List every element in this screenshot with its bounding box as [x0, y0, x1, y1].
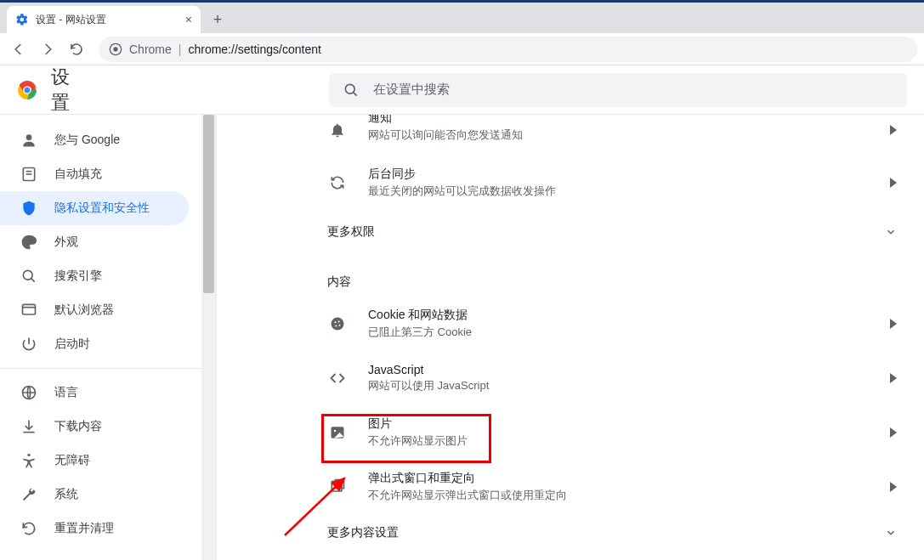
chevron-right-icon [890, 319, 897, 329]
chevron-right-icon [890, 427, 897, 438]
svg-point-26 [334, 430, 337, 433]
svg-line-9 [354, 92, 357, 95]
svg-point-21 [335, 321, 337, 323]
person-icon [20, 132, 37, 149]
search-icon [343, 82, 360, 99]
sidebar-item-label: 无障碍 [54, 453, 90, 468]
power-icon [20, 336, 37, 353]
autofill-icon [20, 166, 37, 183]
tab-title: 设置 - 网站设置 [36, 13, 185, 27]
svg-point-19 [27, 454, 30, 456]
settings-sidebar: 您与 Google 自动填充 隐私设置和安全性 外观 搜索引擎 默认浏览器 [0, 115, 202, 560]
sidebar-item-reset[interactable]: 重置并清理 [0, 512, 189, 546]
cookie-icon [327, 315, 348, 332]
palette-icon [20, 234, 37, 251]
accessibility-icon [20, 452, 37, 469]
tab-strip: 设置 - 网站设置 × + [0, 3, 924, 33]
globe-icon [20, 384, 37, 401]
sidebar-item-label: 系统 [54, 487, 78, 502]
sidebar-item-label: 隐私设置和安全性 [54, 201, 150, 216]
content-panel: 通知 网站可以询问能否向您发送通知 后台同步 最近关闭的网站可以完成数据收发操作… [217, 115, 924, 560]
content-section-label: 内容 [327, 254, 907, 297]
chevron-right-icon [890, 482, 897, 492]
expander-label: 更多内容设置 [327, 525, 399, 540]
chevron-down-icon [885, 226, 897, 238]
row-cookies[interactable]: Cookie 和网站数据 已阻止第三方 Cookie [327, 297, 907, 351]
gear-icon [15, 13, 29, 26]
row-subtitle: 网站可以使用 JavaScript [368, 378, 489, 393]
popup-icon [327, 478, 348, 495]
chevron-down-icon [885, 527, 897, 539]
sidebar-item-label: 语言 [54, 385, 78, 400]
svg-line-15 [31, 279, 35, 282]
sidebar-item-label: 启动时 [54, 337, 90, 352]
url-text: chrome://settings/content [188, 42, 320, 56]
image-icon [327, 424, 348, 441]
row-subtitle: 不允许网站显示弹出式窗口或使用重定向 [368, 488, 567, 503]
svg-point-8 [345, 84, 354, 93]
sidebar-item-appearance[interactable]: 外观 [0, 225, 189, 259]
search-placeholder: 在设置中搜索 [373, 82, 450, 98]
sidebar-item-autofill[interactable]: 自动填充 [0, 157, 189, 191]
more-content-expander[interactable]: 更多内容设置 [327, 514, 907, 552]
sidebar-item-label: 默认浏览器 [54, 303, 114, 318]
svg-point-20 [332, 318, 344, 331]
bell-icon [327, 122, 348, 139]
reload-button[interactable] [65, 37, 88, 61]
shield-icon [20, 200, 37, 217]
back-button[interactable] [7, 37, 31, 61]
row-popups[interactable]: 弹出式窗口和重定向 不允许网站显示弹出式窗口或使用重定向 [327, 460, 907, 514]
row-background-sync[interactable]: 后台同步 最近关闭的网站可以完成数据收发操作 [327, 156, 907, 210]
new-tab-button[interactable]: + [206, 8, 230, 31]
sidebar-item-label: 搜索引擎 [54, 269, 102, 284]
row-title: 后台同步 [368, 167, 556, 182]
row-subtitle: 最近关闭的网站可以完成数据收发操作 [368, 184, 556, 199]
row-subtitle: 已阻止第三方 Cookie [368, 325, 472, 340]
sidebar-item-label: 自动填充 [54, 167, 102, 182]
chevron-right-icon [890, 178, 897, 188]
sidebar-item-label: 您与 Google [54, 133, 120, 148]
search-icon [20, 268, 37, 285]
sidebar-item-default-browser[interactable]: 默认浏览器 [0, 293, 189, 327]
sidebar-item-language[interactable]: 语言 [0, 376, 189, 410]
sidebar-item-system[interactable]: 系统 [0, 478, 189, 512]
forward-button[interactable] [36, 37, 60, 61]
settings-search[interactable]: 在设置中搜索 [329, 73, 907, 107]
row-javascript[interactable]: JavaScript 网站可以使用 JavaScript [327, 351, 907, 405]
svg-rect-16 [23, 304, 36, 314]
chrome-label: Chrome [129, 42, 172, 56]
sidebar-item-search-engine[interactable]: 搜索引擎 [0, 259, 189, 293]
browser-tab[interactable]: 设置 - 网站设置 × [7, 6, 201, 33]
more-permissions-expander[interactable]: 更多权限 [327, 210, 907, 254]
sync-icon [327, 174, 348, 191]
expander-label: 更多权限 [327, 224, 375, 240]
sidebar-item-startup[interactable]: 启动时 [0, 327, 189, 361]
sidebar-scrollbar[interactable] [201, 115, 216, 560]
sidebar-item-label: 重置并清理 [54, 521, 114, 536]
chevron-right-icon [890, 373, 897, 383]
row-title: 图片 [368, 416, 468, 432]
svg-point-14 [23, 270, 32, 280]
browser-icon [20, 302, 37, 319]
address-bar[interactable]: Chrome | chrome://settings/content [99, 37, 917, 62]
row-notifications[interactable]: 通知 网站可以询问能否向您发送通知 [327, 115, 907, 156]
code-icon [327, 370, 348, 387]
separator: | [179, 42, 182, 56]
svg-point-10 [26, 134, 32, 140]
reset-icon [20, 520, 37, 537]
svg-point-24 [339, 325, 341, 326]
settings-header: 设置 在设置中搜索 [0, 65, 924, 115]
row-subtitle: 不允许网站显示图片 [368, 433, 468, 449]
sidebar-item-you-and-google[interactable]: 您与 Google [0, 123, 189, 157]
sidebar-item-downloads[interactable]: 下载内容 [0, 410, 189, 444]
row-title: 弹出式窗口和重定向 [368, 471, 567, 486]
row-subtitle: 网站可以询问能否向您发送通知 [368, 127, 523, 143]
row-title: JavaScript [368, 363, 489, 376]
chrome-logo-icon [17, 80, 37, 100]
close-icon[interactable]: × [185, 13, 192, 26]
sidebar-item-privacy[interactable]: 隐私设置和安全性 [0, 191, 189, 225]
row-images[interactable]: 图片 不允许网站显示图片 [327, 405, 907, 460]
chevron-right-icon [890, 125, 897, 135]
wrench-icon [20, 486, 37, 503]
sidebar-item-accessibility[interactable]: 无障碍 [0, 444, 189, 478]
